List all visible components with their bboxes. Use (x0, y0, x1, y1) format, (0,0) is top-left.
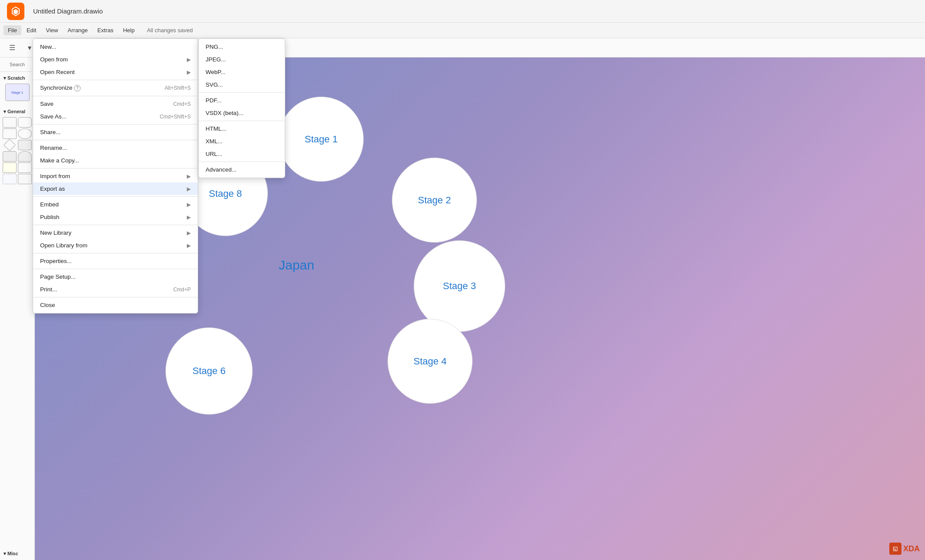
menu-export-as-arrow: ▶ (187, 186, 191, 192)
menu-close[interactable]: Close (33, 299, 198, 311)
menu-share-label: Share... (40, 129, 191, 135)
svg-marker-1 (14, 9, 18, 14)
shape-misc-1[interactable] (18, 162, 32, 173)
menu-open-recent[interactable]: Open Recent ▶ (33, 66, 198, 78)
sidebar-misc-title[interactable]: ▾ Misc (2, 550, 33, 557)
file-menu-dropdown: New... Open from ▶ Open Recent ▶ Synchro… (33, 38, 198, 314)
menu-open-library-from-arrow: ▶ (187, 243, 191, 249)
menu-rename[interactable]: Rename... (33, 142, 198, 154)
search-label: Search (3, 61, 32, 68)
menu-open-recent-label: Open Recent (40, 69, 183, 75)
shape-cloud[interactable] (18, 151, 32, 162)
menu-open-from-label: Open from (40, 56, 183, 63)
sidebar-toggle-btn[interactable]: ☰ (5, 41, 19, 55)
export-png-label: PNG... (206, 44, 223, 50)
export-vsdx[interactable]: VSDX (beta)... (199, 107, 285, 119)
export-sep-1 (199, 92, 285, 93)
menu-new-library[interactable]: New Library ▶ (33, 226, 198, 239)
sidebar-shapes-grid (2, 115, 33, 186)
menu-item-file[interactable]: File (3, 25, 21, 35)
menu-save[interactable]: Save Cmd+S (33, 98, 198, 110)
export-url-label: URL... (206, 151, 222, 157)
synchronize-help-icon: ? (74, 85, 81, 91)
menu-open-library-from[interactable]: Open Library from ▶ (33, 239, 198, 252)
menu-save-as[interactable]: Save As... Cmd+Shift+S (33, 110, 198, 123)
menu-embed-label: Embed (40, 201, 183, 208)
shape-rounded[interactable] (18, 117, 32, 128)
sidebar-section-scratch-title[interactable]: ▾ Scratch (2, 74, 33, 82)
menu-open-from[interactable]: Open from ▶ (33, 53, 198, 66)
export-webp[interactable]: WebP... (199, 66, 285, 78)
menu-save-as-label: Save As... (40, 113, 142, 120)
app-logo (7, 3, 24, 20)
menu-import-from-arrow: ▶ (187, 173, 191, 179)
shape-misc-2[interactable] (3, 174, 17, 184)
export-png[interactable]: PNG... (199, 40, 285, 53)
export-submenu: PNG... JPEG... WebP... SVG... PDF... VSD… (198, 38, 285, 178)
menu-import-from[interactable]: Import from ▶ (33, 170, 198, 182)
shape-note[interactable] (3, 162, 17, 173)
shape-hexagon[interactable] (18, 140, 32, 150)
shape-circle[interactable] (18, 128, 32, 139)
export-html[interactable]: HTML... (199, 122, 285, 135)
shape-cylinder[interactable] (3, 151, 17, 162)
menu-import-from-label: Import from (40, 173, 183, 179)
circle-stage2-label: Stage 2 (418, 195, 451, 206)
xda-text: XDA (903, 544, 920, 553)
sidebar-section-general-title[interactable]: ▾ General (2, 108, 33, 115)
menu-properties[interactable]: Properties... (33, 255, 198, 267)
export-pdf[interactable]: PDF... (199, 94, 285, 107)
menu-open-recent-arrow: ▶ (187, 69, 191, 75)
shape-diamond[interactable] (3, 139, 16, 151)
sidebar-search-area: Search (0, 57, 34, 72)
export-xml-label: XML... (206, 138, 223, 145)
export-jpeg[interactable]: JPEG... (199, 53, 285, 66)
menu-print-label: Print... (40, 286, 156, 293)
menu-export-as[interactable]: Export as ▶ (33, 182, 198, 195)
menu-print[interactable]: Print... Cmd+P (33, 283, 198, 296)
export-advanced[interactable]: Advanced... (199, 163, 285, 176)
menu-sep-2 (33, 96, 198, 96)
export-html-label: HTML... (206, 125, 226, 132)
menu-page-setup-label: Page Setup... (40, 273, 191, 280)
menu-synchronize-label: Synchronize ? (40, 84, 147, 91)
menu-sep-10 (33, 297, 198, 297)
menu-item-extras[interactable]: Extras (93, 25, 118, 35)
menu-new-library-arrow: ▶ (187, 230, 191, 236)
shape-square[interactable] (3, 128, 17, 139)
menu-item-arrange[interactable]: Arrange (63, 25, 92, 35)
export-xml[interactable]: XML... (199, 135, 285, 148)
menu-item-edit[interactable]: Edit (22, 25, 41, 35)
circle-stage3[interactable]: Stage 3 (414, 240, 505, 332)
circle-stage6-label: Stage 6 (192, 365, 226, 377)
export-url[interactable]: URL... (199, 148, 285, 160)
menu-embed[interactable]: Embed ▶ (33, 198, 198, 211)
circle-stage4[interactable]: Stage 4 (388, 319, 473, 404)
menu-item-help[interactable]: Help (118, 25, 139, 35)
menu-item-view[interactable]: View (41, 25, 62, 35)
menu-synchronize[interactable]: Synchronize ? Alt+Shift+S (33, 81, 198, 94)
shape-rectangle[interactable] (3, 117, 17, 128)
export-vsdx-label: VSDX (beta)... (206, 110, 243, 116)
menu-sep-4 (33, 140, 198, 140)
menu-close-label: Close (40, 302, 191, 308)
menu-open-library-from-label: Open Library from (40, 242, 183, 249)
circle-stage1[interactable]: Stage 1 (279, 97, 364, 182)
menu-new-library-label: New Library (40, 229, 183, 236)
shape-misc-3[interactable] (18, 174, 32, 184)
circle-stage2[interactable]: Stage 2 (392, 158, 477, 243)
circle-stage4-label: Stage 4 (414, 356, 447, 367)
menu-publish[interactable]: Publish ▶ (33, 211, 198, 223)
menu-make-copy[interactable]: Make a Copy... (33, 154, 198, 167)
menu-new[interactable]: New... (33, 40, 198, 53)
circle-stage3-label: Stage 3 (443, 280, 476, 292)
export-svg[interactable]: SVG... (199, 78, 285, 91)
export-jpeg-label: JPEG... (206, 56, 226, 63)
title-bar: Untitled Diagram.drawio (0, 0, 925, 23)
export-advanced-label: Advanced... (206, 166, 236, 173)
circle-stage1-label: Stage 1 (305, 134, 338, 145)
menu-share[interactable]: Share... (33, 126, 198, 138)
menu-page-setup[interactable]: Page Setup... (33, 270, 198, 283)
circle-stage6[interactable]: Stage 6 (165, 327, 253, 415)
scratch-diagram-item[interactable]: Stage 1 (5, 84, 30, 101)
